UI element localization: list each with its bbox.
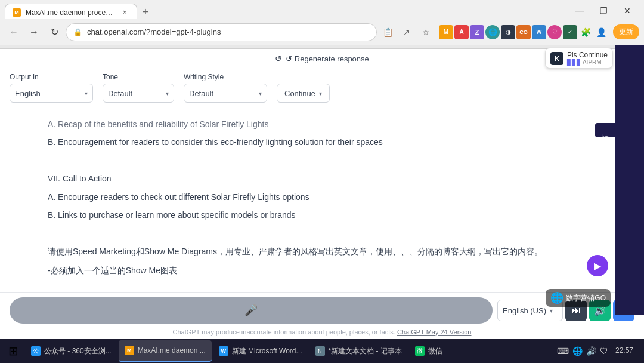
ext-co[interactable]: CO (516, 25, 531, 39)
style-control-group: Writing Style Default ▾ (184, 73, 267, 103)
ext-globe[interactable]: 🌐 (485, 25, 500, 39)
disclaimer-text: ChatGPT may produce inaccurate informati… (173, 328, 395, 336)
refresh-button[interactable]: ↻ (45, 23, 63, 41)
tray-icon-volume[interactable]: 🔊 (586, 346, 596, 356)
new-tab-button[interactable]: + (137, 4, 154, 20)
navigation-bar: ← → ↻ 🔒 chat.openai.com/?model=gpt-4-plu… (0, 19, 644, 45)
tab-title: MaxAI.me daemon process is... (26, 8, 115, 17)
output-select[interactable]: English ▾ (10, 84, 93, 103)
lock-icon: 🔒 (73, 28, 82, 36)
tray-icon-network[interactable]: 🌐 (572, 346, 583, 356)
pls-k-badge: K (550, 52, 564, 65)
url-text: chat.openai.com/?model=gpt-4-plugins (87, 27, 369, 36)
pls-line1: Pls Continue (567, 51, 608, 59)
taskbar-label-2: MaxAI.me daemon ... (138, 346, 206, 355)
pls-continue-button[interactable]: K Pls Continue ▊▊▊ AIPRM (545, 48, 613, 69)
message-line-1: A. Recap of the benefits and reliability… (48, 118, 596, 131)
quick-command-button[interactable]: 快捷指令 (595, 123, 615, 137)
disclaimer: ChatGPT may produce inaccurate informati… (0, 326, 644, 339)
taskbar-item-4[interactable]: N *新建文本文档 - 记事本 (309, 340, 408, 362)
taskbar-item-1[interactable]: 公 公众号 - 360安全浏... (25, 340, 117, 362)
browser-window: M MaxAI.me daemon process is... ✕ + — ❐ … (0, 0, 644, 363)
output-label: Output in (10, 73, 93, 81)
chat-messages: A. Recap of the benefits and reliability… (0, 110, 644, 292)
ext-pink[interactable]: ♡ (547, 25, 562, 39)
message-line-4: A. Encourage readers to check out differ… (48, 190, 596, 204)
ext-green[interactable]: ✓ (563, 25, 577, 39)
taskbar-item-2[interactable]: M MaxAI.me daemon ... (119, 340, 212, 362)
ext-profile[interactable]: 👤 (594, 25, 608, 39)
tab-close-button[interactable]: ✕ (120, 8, 129, 17)
ext-dark[interactable]: ◑ (501, 25, 515, 39)
tab-bar: M MaxAI.me daemon process is... ✕ + (5, 1, 154, 20)
taskbar-icon-2: M (125, 346, 134, 355)
taskbar-icon-4: N (315, 346, 325, 356)
taskbar-label-1: 公众号 - 360安全浏... (44, 346, 112, 356)
message-line-5: B. Links to purchase or learn more about… (48, 208, 596, 222)
tray-icon-keyboard[interactable]: ⌨ (557, 346, 569, 356)
pls-text-block: Pls Continue ▊▊▊ AIPRM (567, 51, 608, 66)
ext-blue1[interactable]: W (532, 25, 546, 39)
ext-maxai[interactable]: M (439, 25, 453, 39)
ai-send-button[interactable]: ▶ (587, 255, 608, 276)
send-icon: ▶ (594, 260, 601, 272)
taskbar-item-5[interactable]: 微 微信 (409, 340, 448, 362)
taskbar-icon-3: W (219, 346, 228, 356)
share-icon[interactable]: ↗ (398, 24, 415, 41)
tone-label: Tone (103, 73, 174, 81)
taskbar-label-5: 微信 (428, 346, 442, 356)
update-button[interactable]: 更新 (613, 24, 639, 39)
bookmark-icon[interactable]: ☆ (417, 24, 434, 41)
aiprm-controls: Output in English ▾ Tone Default ▾ (10, 73, 634, 103)
regen-text: ↺ Regenerate response (286, 54, 369, 63)
output-control-group: Output in English ▾ (10, 73, 93, 103)
message-spacer-1 (48, 154, 596, 167)
clock-time: 22:57 (615, 346, 633, 356)
taskbar-item-3[interactable]: W 新建 Microsoft Word... (213, 340, 308, 362)
continue-dropdown-arrow: ▾ (319, 90, 322, 97)
tone-select[interactable]: Default ▾ (103, 84, 174, 103)
chat-input[interactable]: 🎤 (10, 297, 493, 324)
continue-label: Continue (284, 89, 315, 98)
nav-actions: 📋 ↗ ☆ M A Z 🌐 ◑ CO W ♡ ✓ 🧩 👤 更新 (379, 24, 639, 41)
tone-dropdown-arrow: ▾ (166, 90, 169, 97)
back-button[interactable]: ← (5, 23, 23, 41)
message-content: A. Recap of the benefits and reliability… (48, 118, 596, 278)
message-line-3: VII. Call to Action (48, 172, 596, 185)
output-dropdown-arrow: ▾ (85, 90, 88, 97)
forward-button[interactable]: → (25, 23, 43, 41)
message-line-6: 请使用Speed Marketing和Show Me Diagrams，用专业、… (48, 245, 596, 259)
quick-text: 快捷指令 (600, 128, 611, 133)
close-button[interactable]: ✕ (615, 2, 639, 19)
minimize-button[interactable]: — (568, 2, 592, 19)
language-value: English (US) (503, 306, 546, 315)
screenshot-ext-icon[interactable]: 📋 (379, 24, 396, 41)
tray-icon-shield[interactable]: 🛡 (600, 346, 608, 356)
maximize-button[interactable]: ❐ (592, 2, 615, 19)
taskbar-icon-5: 微 (415, 346, 425, 356)
start-button[interactable]: ⊞ (2, 340, 24, 362)
taskbar-icon-1: 公 (31, 346, 41, 356)
disclaimer-link[interactable]: ChatGPT May 24 Version (397, 328, 472, 336)
active-tab[interactable]: M MaxAI.me daemon process is... ✕ (5, 4, 137, 20)
continue-button[interactable]: Continue ▾ (277, 84, 330, 103)
tray-area: ⌨ 🌐 🔊 🛡 22:57 (552, 346, 642, 356)
ext-abp[interactable]: A (454, 25, 469, 39)
style-dropdown-arrow: ▾ (259, 90, 262, 97)
ext-z[interactable]: Z (470, 25, 484, 39)
ext-puzzle[interactable]: 🧩 (578, 25, 593, 39)
regen-icon: ↺ (275, 54, 282, 63)
style-value: Default (189, 89, 255, 98)
taskbar: ⊞ 公 公众号 - 360安全浏... M MaxAI.me daemon ..… (0, 339, 644, 363)
taskbar-label-4: *新建文本文档 - 记事本 (329, 346, 402, 356)
regenerate-button[interactable]: ↺ ↺ Regenerate response (275, 54, 369, 63)
style-select[interactable]: Default ▾ (184, 84, 267, 103)
tone-control-group: Tone Default ▾ (103, 73, 174, 103)
right-sidebar (615, 45, 644, 315)
microphone-icon[interactable]: 🎤 (244, 304, 258, 317)
tone-value: Default (108, 89, 162, 98)
address-bar[interactable]: 🔒 chat.openai.com/?model=gpt-4-plugins (66, 23, 377, 41)
message-line-2: B. Encouragement for readers to consider… (48, 136, 596, 149)
watermark: 🌐 数字营销GO (546, 289, 611, 307)
message-line-7: -必须加入一个适当的Show Me图表 (48, 264, 596, 278)
